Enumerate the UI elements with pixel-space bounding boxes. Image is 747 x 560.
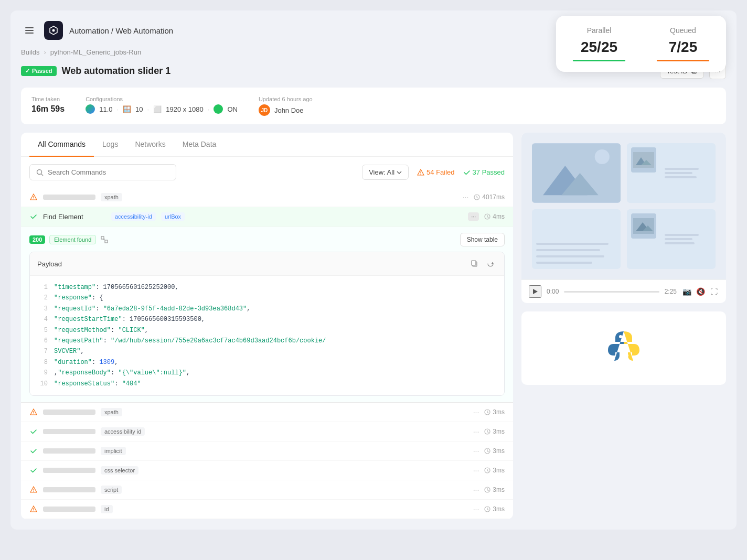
success-icon-5 — [29, 447, 38, 455]
config-row: 11.0 · 🪟 10 · ⬜ 1920 x 1080 · ON — [86, 104, 238, 114]
cmd-tag-3: xpath — [101, 408, 122, 416]
svg-rect-23 — [472, 261, 476, 265]
command-row-4[interactable]: accessibility id ··· 3ms — [21, 422, 513, 441]
tab-logs[interactable]: Logs — [94, 133, 126, 157]
preview-cell-3 — [532, 209, 621, 269]
cmd-more-5[interactable]: ··· — [473, 447, 479, 455]
clock-icon — [474, 194, 480, 200]
config-on: ON — [227, 105, 238, 113]
updated-info: Updated 6 hours ago JD John Doe — [259, 96, 313, 116]
svg-point-44 — [33, 510, 34, 511]
tab-networks[interactable]: Networks — [126, 133, 174, 157]
command-row-7[interactable]: script ··· 3ms — [21, 480, 513, 500]
svg-point-11 — [33, 199, 34, 199]
queued-stat: Queued 7/25 — [657, 26, 709, 61]
status-badge: ✓ Passed — [21, 66, 57, 76]
command-row-8[interactable]: id ··· 3ms — [21, 500, 513, 519]
cmd-blurred-6 — [43, 468, 95, 473]
cmd-blurred-7 — [43, 487, 95, 492]
cmd-more-6[interactable]: ··· — [473, 466, 479, 475]
warning-icon — [417, 169, 424, 176]
svg-rect-19 — [105, 240, 108, 243]
search-input[interactable] — [48, 168, 169, 176]
preview-cell-4 — [627, 209, 716, 269]
nav-title: Automation / Web Automation — [69, 26, 173, 35]
menu-icon[interactable] — [21, 22, 38, 39]
error-icon-7 — [29, 486, 38, 494]
payload-header: Payload — [30, 252, 504, 276]
command-row-3[interactable]: xpath ··· 3ms — [21, 403, 513, 422]
error-icon-3 — [29, 408, 38, 416]
time-value: 16m 59s — [31, 104, 65, 114]
cmd-tag-8: id — [101, 505, 113, 513]
cmd-more-button[interactable]: ··· — [463, 193, 469, 201]
copy-payload-button[interactable] — [468, 257, 481, 270]
svg-line-37 — [487, 470, 489, 471]
find-element-row[interactable]: Find Element accessibility-id urlBox ···… — [21, 207, 513, 226]
fullscreen-icon[interactable]: ⛶ — [709, 287, 719, 296]
command-expanded-row: Find Element accessibility-id urlBox ···… — [21, 207, 513, 403]
svg-rect-52 — [633, 152, 654, 168]
svg-point-39 — [33, 491, 34, 491]
video-controls: 0:00 2:25 📷 🔇 ⛶ — [521, 279, 726, 303]
breadcrumb-parent[interactable]: Builds — [21, 48, 39, 56]
time-total: 2:25 — [665, 288, 677, 295]
video-preview — [521, 133, 726, 279]
browser-icon — [86, 104, 95, 114]
cmd-time-8: 3ms — [484, 505, 505, 513]
command-row-5[interactable]: implicit ··· 3ms — [21, 441, 513, 461]
time-label: Time taken — [31, 96, 65, 102]
cmd-more-8[interactable]: ··· — [473, 505, 479, 513]
parallel-progress-bar — [573, 60, 625, 61]
show-table-button[interactable]: Show table — [460, 233, 505, 246]
video-progress-bar[interactable] — [564, 291, 659, 293]
svg-point-6 — [37, 169, 42, 174]
cmd-tag-6: css selector — [101, 466, 138, 475]
tab-meta-data[interactable]: Meta Data — [174, 133, 225, 157]
cmd-more-4[interactable]: ··· — [473, 427, 479, 436]
expand-icon[interactable] — [100, 235, 109, 244]
tab-all-commands[interactable]: All Commands — [29, 133, 94, 157]
screenshot-icon[interactable]: 📷 — [682, 287, 691, 296]
volume-icon[interactable]: 🔇 — [696, 287, 705, 296]
breadcrumb-current: python-ML_Generic_jobs-Run — [50, 48, 141, 56]
search-box[interactable] — [29, 164, 176, 180]
payload-body: 1"timestamp": 1705665601625252000, 2 "re… — [30, 276, 504, 395]
cmd-tag-xpath: xpath — [101, 193, 122, 201]
svg-point-9 — [420, 174, 421, 174]
command-row-6[interactable]: css selector ··· 3ms — [21, 461, 513, 480]
check-icon: ✓ — [25, 68, 30, 74]
search-icon — [36, 169, 44, 176]
cmd-more-7[interactable]: ··· — [473, 486, 479, 494]
refresh-payload-button[interactable] — [484, 257, 497, 270]
config-info: Configurations 11.0 · 🪟 10 · ⬜ 1920 x 10… — [86, 96, 238, 114]
clock-icon-7 — [484, 487, 490, 493]
queued-progress-bar — [657, 60, 709, 61]
svg-rect-1 — [25, 30, 34, 31]
command-row[interactable]: xpath ··· 4017ms — [21, 188, 513, 207]
config-resolution: 1920 x 1080 — [166, 105, 204, 113]
parallel-queued-card: Parallel 25/25 Queued 7/25 — [556, 16, 726, 72]
python-card — [521, 311, 726, 385]
view-all-button[interactable]: View: All — [362, 165, 409, 180]
mountain-thumb-2 — [633, 218, 654, 234]
cmd-tag-7: script — [101, 486, 122, 494]
avatar: JD — [259, 104, 270, 116]
find-element-time: 4ms — [484, 213, 505, 220]
cmd-more-3[interactable]: ··· — [473, 408, 479, 416]
svg-rect-2 — [25, 33, 34, 34]
svg-point-51 — [595, 149, 610, 164]
play-button[interactable] — [529, 285, 541, 298]
user-name: John Doe — [274, 106, 304, 114]
config-label: Configurations — [86, 96, 238, 102]
payload-line-9: 9 ,"responseBody": "{\"value\":null}", — [37, 368, 497, 378]
cmd-tag-accessibility: accessibility-id — [111, 212, 156, 221]
cmd-tag-4: accessibility id — [101, 427, 145, 436]
svg-line-14 — [477, 198, 478, 199]
mountain-image-1 — [532, 143, 621, 203]
tabs: All Commands Logs Networks Meta Data — [21, 133, 513, 157]
payload-line-7: 7 SVCVER", — [37, 346, 497, 357]
user-row: JD John Doe — [259, 104, 313, 116]
filter-stats: View: All 54 Failed 37 Passed — [362, 165, 505, 180]
cmd-time-3: 3ms — [484, 408, 505, 416]
